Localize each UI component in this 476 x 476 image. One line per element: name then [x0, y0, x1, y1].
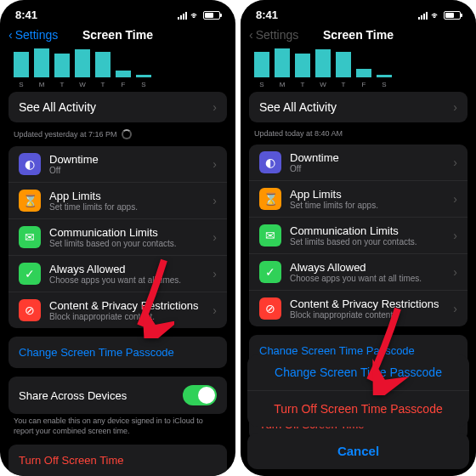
day-label: M — [275, 81, 290, 88]
cellular-icon — [418, 11, 428, 20]
sheet-turn-off-passcode[interactable]: Turn Off Screen Time Passcode — [247, 390, 469, 427]
wifi-icon: ᯤ — [431, 10, 440, 20]
sheet-options: Change Screen Time Passcode Turn Off Scr… — [247, 354, 469, 427]
share-toggle[interactable] — [183, 385, 217, 405]
day-label: T — [295, 81, 310, 88]
clock: 8:41 — [256, 8, 278, 21]
row-subtitle: Choose apps you want at all times. — [290, 274, 445, 283]
day-label: T — [95, 81, 110, 88]
chevron-right-icon: › — [212, 157, 217, 171]
chevron-right-icon: › — [212, 303, 217, 317]
row-subtitle: Set limits based on your contacts. — [290, 237, 445, 246]
row-icon: ✓ — [259, 261, 281, 283]
usage-chart — [249, 48, 468, 81]
row-subtitle: Choose apps you want at all times. — [49, 275, 204, 285]
setting-row[interactable]: ✉Communication LimitsSet limits based on… — [8, 218, 227, 255]
row-icon: ◐ — [19, 153, 41, 175]
day-label: S — [377, 81, 392, 88]
chevron-left-icon: ‹ — [249, 28, 253, 42]
action-sheet: Change Screen Time Passcode Turn Off Scr… — [241, 348, 476, 476]
day-label: S — [136, 81, 151, 88]
setting-row[interactable]: ◐DowntimeOff› — [8, 146, 227, 182]
row-title: Downtime — [290, 151, 445, 164]
chart-bar — [136, 75, 151, 77]
row-icon: ⌛ — [19, 190, 41, 212]
setting-row: ✓Always AllowedChoose apps you want at a… — [249, 253, 468, 290]
chevron-right-icon: › — [453, 156, 457, 169]
clock: 8:41 — [15, 8, 37, 21]
chart-day-labels: SMTWTFS — [8, 81, 227, 92]
chart-bar — [295, 54, 310, 77]
chevron-right-icon: › — [212, 194, 217, 207]
setting-row[interactable]: ⌛App LimitsSet time limits for apps.› — [8, 182, 227, 218]
row-icon: ✉ — [259, 224, 281, 246]
nav-bar: ‹Settings Screen Time — [0, 25, 235, 48]
chevron-right-icon: › — [453, 192, 457, 206]
notch — [71, 0, 165, 17]
sheet-cancel[interactable]: Cancel — [247, 433, 469, 469]
chart-bar — [254, 52, 269, 77]
status-right: ᯤ — [418, 10, 461, 20]
chart-day-labels: SMTWTFS — [249, 81, 468, 92]
settings-group: ◐DowntimeOff›⌛App LimitsSet time limits … — [8, 146, 227, 328]
content-scroll[interactable]: SMTWTFS See All Activity › Updated yeste… — [0, 48, 235, 476]
chart-bar — [336, 52, 351, 77]
status-bar: 8:41 ᯤ — [241, 0, 476, 25]
usage-chart[interactable] — [8, 48, 227, 81]
row-title: Communication Limits — [290, 224, 445, 237]
chevron-left-icon: ‹ — [8, 28, 13, 42]
row-subtitle: Off — [49, 166, 204, 175]
settings-group: ◐DowntimeOff›⌛App LimitsSet time limits … — [249, 144, 468, 326]
row-subtitle: Set limits based on your contacts. — [49, 239, 204, 248]
row-title: Downtime — [49, 153, 204, 166]
chevron-right-icon: › — [453, 265, 457, 279]
row-title: App Limits — [49, 190, 204, 202]
chart-bar — [377, 75, 392, 77]
back-button[interactable]: ‹Settings — [8, 28, 58, 42]
row-icon: ⊘ — [19, 299, 41, 321]
turn-off-button[interactable]: Turn Off Screen Time — [8, 445, 227, 476]
status-right: ᯤ — [178, 10, 220, 20]
setting-row[interactable]: ⊘Content & Privacy RestrictionsBlock ina… — [8, 292, 227, 328]
day-label: W — [315, 81, 331, 88]
sheet-change-passcode[interactable]: Change Screen Time Passcode — [247, 354, 469, 390]
chart-bar — [116, 71, 131, 77]
day-label: F — [116, 81, 131, 88]
change-passcode-button[interactable]: Change Screen Time Passcode — [8, 337, 227, 368]
back-button: ‹Settings — [249, 28, 298, 42]
wifi-icon: ᯤ — [190, 10, 200, 20]
chart-bar — [75, 49, 90, 77]
share-footer: You can enable this on any device signed… — [8, 416, 227, 445]
row-icon: ⌛ — [259, 188, 281, 210]
row-subtitle: Set time limits for apps. — [290, 201, 445, 210]
battery-icon — [203, 11, 220, 20]
row-subtitle: Set time limits for apps. — [49, 202, 204, 212]
row-title: Always Allowed — [290, 261, 445, 274]
day-label: S — [254, 81, 269, 88]
updated-footer: Updated today at 8:40 AM — [249, 129, 468, 144]
setting-row: ✉Communication LimitsSet limits based on… — [249, 217, 468, 253]
row-icon: ◐ — [259, 151, 281, 173]
nav-bar: ‹Settings Screen Time — [241, 25, 476, 48]
chart-bar — [356, 69, 371, 77]
share-devices-row[interactable]: Share Across Devices — [8, 377, 227, 414]
day-label: F — [356, 81, 371, 88]
phone-right: 8:41 ᯤ ‹Settings Screen Time SMTWTFS See… — [241, 0, 476, 476]
day-label: S — [14, 81, 29, 88]
row-title: Content & Privacy Restrictions — [290, 298, 445, 310]
day-label: T — [336, 81, 351, 88]
spinner-icon — [122, 129, 132, 139]
setting-row[interactable]: ✓Always AllowedChoose apps you want at a… — [8, 255, 227, 292]
day-label: T — [54, 81, 70, 88]
chart-bar — [34, 48, 49, 77]
row-title: Content & Privacy Restrictions — [49, 299, 204, 312]
see-all-activity-row: See All Activity › — [249, 92, 468, 122]
setting-row: ⌛App LimitsSet time limits for apps.› — [249, 180, 468, 217]
see-all-activity-row[interactable]: See All Activity › — [8, 92, 227, 122]
row-icon: ⊘ — [259, 298, 281, 320]
chart-bar — [275, 48, 290, 77]
chevron-right-icon: › — [212, 230, 217, 244]
battery-icon — [444, 11, 461, 20]
row-icon: ✉ — [19, 226, 41, 248]
setting-row: ◐DowntimeOff› — [249, 144, 468, 180]
